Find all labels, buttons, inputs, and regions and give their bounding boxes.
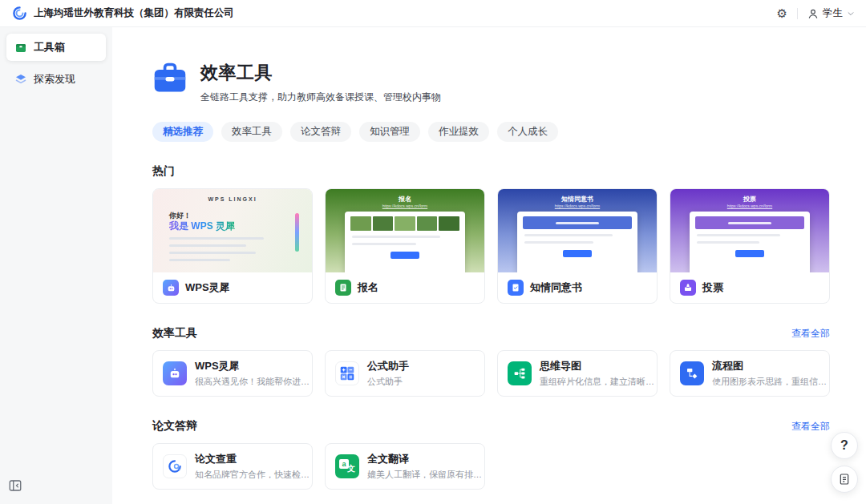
tool-name: WPS灵犀 [195, 359, 311, 373]
hot-card-label: WPS灵犀 [185, 280, 230, 295]
tool-name: 流程图 [712, 359, 828, 373]
chevron-down-icon [847, 10, 855, 18]
tool-desc: 使用图形表示思路，重组信息碎片 [712, 376, 828, 388]
hot-card-grid: WPS LINGXI 你好！ 我是 WPS 灵犀 [152, 188, 830, 304]
preview-heading: 知情同意书 [498, 195, 657, 204]
tab-featured[interactable]: 精选推荐 [152, 122, 213, 142]
page-title: 效率工具 [200, 61, 441, 85]
hot-card-label: 投票 [702, 280, 723, 295]
preview-form-page [517, 212, 637, 272]
tool-name: 论文查重 [195, 452, 311, 466]
sidebar-item-label: 探索发现 [34, 72, 75, 87]
flowchart-icon [680, 361, 704, 385]
consent-preview: 知情同意书 https://kdocs.wps.cn/form [498, 189, 657, 272]
topbar: 上海均瑶世外教育科技（集团）有限责任公司 ⚙ 学生 [0, 0, 866, 27]
tool-desc: 知名品牌官方合作，快速检索论... [195, 469, 311, 481]
wps-lingxi-preview: WPS LINGXI 你好！ 我是 WPS 灵犀 [153, 189, 312, 272]
tool-card-full-text-translate[interactable]: a 文 全文翻译 媲美人工翻译，保留原有排版样式 [325, 443, 485, 490]
hot-card-vote[interactable]: 投票 https://kdocs.wps.cn/form [670, 188, 830, 304]
preview-heading: 投票 [670, 195, 829, 204]
mind-map-icon [508, 361, 532, 385]
preview-text-lines [169, 237, 264, 266]
tool-desc: 媲美人工翻译，保留原有排版样式 [367, 469, 484, 481]
briefcase-icon [152, 61, 188, 95]
tab-efficiency[interactable]: 效率工具 [221, 122, 282, 142]
hot-card-wps-lingxi[interactable]: WPS LINGXI 你好！ 我是 WPS 灵犀 [152, 188, 313, 304]
tool-desc: 公式助手 [367, 376, 409, 388]
company-name: 上海均瑶世外教育科技（集团）有限责任公司 [34, 6, 234, 20]
hot-card-label: 报名 [358, 280, 378, 295]
main-content: 效率工具 全链路工具支撑，助力教师高效备课授课、管理校内事物 精选推荐 效率工具… [112, 27, 866, 504]
tool-card-wps-lingxi[interactable]: WPS灵犀 很高兴遇见你！我能帮你进行搜... [152, 350, 313, 397]
formula-grid-icon [335, 361, 359, 385]
explore-layers-icon [14, 73, 27, 86]
section-title: 效率工具 [152, 326, 197, 341]
section-header-thesis: 论文答辩 查看全部 [152, 419, 830, 433]
section-title: 热门 [152, 164, 175, 179]
user-role-label: 学生 [823, 6, 843, 20]
page-header: 效率工具 全链路工具支撑，助力教师高效备课授课、管理校内事物 [152, 61, 830, 104]
tab-homework[interactable]: 作业提效 [428, 122, 489, 142]
filter-tabs: 精选推荐 效率工具 论文答辩 知识管理 作业提效 个人成长 [152, 122, 830, 142]
feedback-button[interactable] [831, 466, 858, 493]
translate-icon: a 文 [335, 454, 359, 478]
hot-card-label: 知情同意书 [530, 280, 582, 295]
consent-doc-icon [508, 280, 524, 296]
tool-card-plagiarism-check[interactable]: 论文查重 知名品牌官方合作，快速检索论... [152, 443, 313, 490]
topbar-divider [797, 8, 798, 19]
feedback-doc-icon [838, 473, 851, 486]
vote-preview: 投票 https://kdocs.wps.cn/form [670, 189, 829, 272]
wps-lingxi-icon [163, 361, 187, 385]
tab-knowledge[interactable]: 知识管理 [359, 122, 420, 142]
preview-form-page [345, 212, 465, 272]
efficiency-tool-grid: WPS灵犀 很高兴遇见你！我能帮你进行搜... [152, 350, 830, 397]
signup-preview: 报名 https://kdocs.wps.cn/form [326, 189, 484, 272]
preview-brand-text: WPS LINGXI [153, 196, 312, 202]
ballot-box-icon [680, 280, 696, 296]
tab-growth[interactable]: 个人成长 [497, 122, 558, 142]
section-header-hot: 热门 [152, 164, 830, 179]
preview-intro: 我是 WPS 灵犀 [169, 220, 235, 233]
view-all-link[interactable]: 查看全部 [791, 420, 830, 433]
page-subtitle: 全链路工具支撑，助力教师高效备课授课、管理校内事物 [200, 91, 441, 104]
tool-desc: 重组碎片化信息，建立清晰的思... [540, 376, 656, 388]
tool-card-flowchart[interactable]: 流程图 使用图形表示思路，重组信息碎片 [670, 350, 830, 397]
preview-url: https://kdocs.wps.cn/form [326, 204, 484, 208]
sidebar: 工具箱 探索发现 [0, 27, 112, 504]
preview-heading: 报名 [326, 195, 484, 204]
hot-card-consent-form[interactable]: 知情同意书 https://kdocs.wps.cn/form [497, 188, 658, 304]
sidebar-item-explore[interactable]: 探索发现 [6, 66, 106, 93]
section-title: 论文答辩 [152, 419, 197, 433]
wps-lingxi-icon [163, 280, 179, 296]
rainbow-bar-decor [295, 213, 299, 252]
view-all-link[interactable]: 查看全部 [791, 327, 830, 341]
hot-card-signup[interactable]: 报名 https://kdocs.wps.cn/form [325, 188, 485, 304]
section-header-efficiency: 效率工具 查看全部 [152, 326, 830, 341]
toolbox-icon [14, 41, 27, 54]
signup-form-icon [335, 280, 351, 296]
person-icon [807, 8, 819, 19]
tool-card-formula-helper[interactable]: 公式助手 公式助手 [325, 350, 485, 397]
thesis-tool-grid: 论文查重 知名品牌官方合作，快速检索论... a 文 全文翻译 媲美人工翻译，保… [152, 443, 830, 490]
tool-card-mind-map[interactable]: 思维导图 重组碎片化信息，建立清晰的思... [497, 350, 658, 397]
sidebar-item-toolbox[interactable]: 工具箱 [6, 34, 106, 61]
tool-name: 全文翻译 [367, 452, 484, 466]
user-menu[interactable]: 学生 [807, 6, 855, 20]
preview-url: https://kdocs.wps.cn/form [670, 204, 829, 208]
settings-gear-icon[interactable]: ⚙ [777, 7, 787, 19]
sidebar-collapse-button[interactable] [8, 478, 22, 496]
tab-thesis[interactable]: 论文答辩 [290, 122, 351, 142]
preview-form-page [690, 212, 810, 272]
tool-name: 思维导图 [540, 359, 656, 373]
tool-name: 公式助手 [367, 359, 409, 373]
company-logo-icon [11, 6, 27, 22]
help-button[interactable]: ? [831, 432, 858, 459]
tool-desc: 很高兴遇见你！我能帮你进行搜... [195, 376, 311, 388]
sidebar-item-label: 工具箱 [34, 40, 65, 54]
question-mark-icon: ? [840, 438, 848, 453]
plagiarism-check-icon [163, 454, 187, 478]
preview-url: https://kdocs.wps.cn/form [498, 204, 657, 208]
translate-cjk-glyph: 文 [347, 463, 355, 474]
